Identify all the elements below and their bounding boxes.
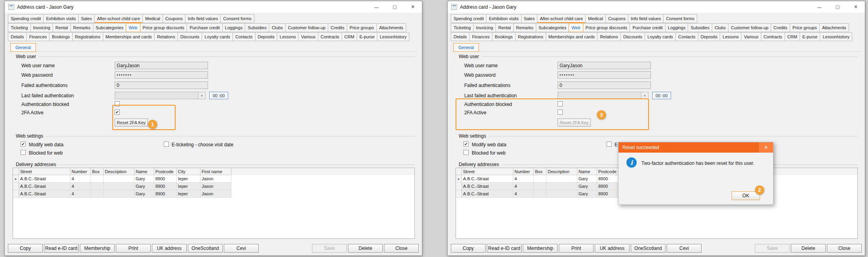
- membership-button[interactable]: Membership: [523, 244, 558, 253]
- print-button[interactable]: Print: [559, 244, 594, 253]
- tab[interactable]: Coupons: [163, 14, 185, 23]
- tab[interactable]: Subcategories: [93, 23, 126, 32]
- tab[interactable]: Subcategories: [536, 23, 569, 32]
- modify-web-data-checkbox[interactable]: ✔: [463, 142, 469, 147]
- dialog-close-icon[interactable]: ✕: [759, 142, 773, 153]
- table-cell[interactable]: [534, 183, 547, 190]
- tab[interactable]: Details: [8, 32, 27, 41]
- table-cell[interactable]: 8900: [597, 183, 620, 190]
- table-row[interactable]: A.B.C.-Straat4Gary8900IeperJason: [13, 190, 414, 198]
- table-cell[interactable]: Gary: [134, 190, 154, 198]
- tab[interactable]: Lessons: [720, 32, 741, 41]
- tab[interactable]: Price groups: [790, 23, 820, 32]
- tab[interactable]: Sales: [78, 14, 95, 23]
- tab[interactable]: Registrations: [515, 32, 546, 41]
- close-icon[interactable]: ✕: [847, 1, 865, 13]
- tab[interactable]: Price groups: [347, 23, 377, 32]
- tab-general[interactable]: General: [453, 43, 479, 52]
- table-cell[interactable]: [547, 190, 577, 198]
- table-row[interactable]: A.B.C.-Straat4Gary8900IeperJason: [13, 183, 414, 190]
- calendar-dropdown-icon[interactable]: ▾: [641, 92, 648, 99]
- tab[interactable]: Exhibition visits: [43, 14, 78, 23]
- tab[interactable]: Spending credit: [451, 14, 486, 23]
- table-cell[interactable]: [547, 175, 577, 183]
- tab[interactable]: Invoicing: [30, 23, 53, 32]
- print-button[interactable]: Print: [116, 244, 151, 253]
- column-header[interactable]: Postcode: [154, 168, 177, 175]
- column-header[interactable]: Number: [513, 168, 534, 175]
- eticketing-checkbox[interactable]: [164, 142, 169, 147]
- tab[interactable]: Contacts: [675, 32, 698, 41]
- tab[interactable]: E-purse: [800, 32, 821, 41]
- column-header[interactable]: Street: [19, 168, 70, 175]
- tab[interactable]: Ticketing: [451, 23, 474, 32]
- tab[interactable]: Web: [569, 23, 583, 32]
- table-cell[interactable]: A.B.C.-Straat: [19, 190, 70, 198]
- failed-authentications-input[interactable]: [558, 81, 651, 89]
- table-cell[interactable]: 8900: [154, 175, 177, 183]
- minimize-icon[interactable]: —: [367, 1, 386, 13]
- table-cell[interactable]: 4: [70, 183, 91, 190]
- web-user-name-input[interactable]: [115, 62, 208, 69]
- tab[interactable]: Invoicing: [473, 23, 496, 32]
- tab[interactable]: Credits: [771, 23, 790, 32]
- uk-address-button[interactable]: UK address: [595, 244, 630, 253]
- column-header[interactable]: City: [177, 168, 200, 175]
- maximize-icon[interactable]: ▢: [828, 1, 847, 13]
- tab-general[interactable]: General: [10, 43, 36, 52]
- table-cell[interactable]: [547, 183, 577, 190]
- tab[interactable]: Loyalty cards: [202, 32, 233, 41]
- tab[interactable]: Info field values: [628, 14, 664, 23]
- minimize-icon[interactable]: —: [810, 1, 828, 13]
- column-header[interactable]: Number: [70, 168, 91, 175]
- tab[interactable]: Finances: [469, 32, 493, 41]
- tab[interactable]: Price group discounts: [140, 23, 187, 32]
- tab[interactable]: Loyalty cards: [645, 32, 676, 41]
- tab[interactable]: E-purse: [357, 32, 378, 41]
- tab[interactable]: Consent forms: [663, 14, 697, 23]
- copy-button[interactable]: Copy: [451, 244, 486, 253]
- table-cell[interactable]: A.B.C.-Straat: [462, 183, 513, 190]
- tab[interactable]: Attachments: [819, 23, 849, 32]
- tab[interactable]: Medical: [142, 14, 163, 23]
- onescotland-button[interactable]: OneScotland: [631, 244, 666, 253]
- tab[interactable]: Purchase credit: [630, 23, 665, 32]
- tab[interactable]: Credits: [328, 23, 347, 32]
- blocked-for-web-checkbox[interactable]: [463, 150, 469, 155]
- column-header[interactable]: First name: [200, 168, 231, 175]
- tab[interactable]: Bookings: [49, 32, 72, 41]
- table-cell[interactable]: [91, 190, 104, 198]
- tab[interactable]: Lessonhistory: [820, 32, 852, 41]
- table-cell[interactable]: [104, 190, 134, 198]
- tab[interactable]: Various: [741, 32, 761, 41]
- delete-button[interactable]: Delete: [348, 244, 383, 253]
- tab[interactable]: Contacts: [233, 32, 255, 41]
- tab[interactable]: Memberships and cards: [546, 32, 598, 41]
- delete-button[interactable]: Delete: [791, 244, 826, 253]
- tab[interactable]: CRM: [342, 32, 357, 41]
- tab[interactable]: After-school child care: [94, 14, 143, 23]
- table-cell[interactable]: Ieper: [177, 183, 200, 190]
- table-cell[interactable]: Jason: [200, 190, 231, 198]
- table-cell[interactable]: Ieper: [177, 190, 200, 198]
- table-cell[interactable]: Gary: [577, 175, 597, 183]
- table-cell[interactable]: 4: [513, 183, 534, 190]
- table-cell[interactable]: [534, 175, 547, 183]
- table-cell[interactable]: Gary: [577, 183, 597, 190]
- tab[interactable]: Discounts: [178, 32, 202, 41]
- column-header[interactable]: Box: [91, 168, 104, 175]
- column-header[interactable]: Street: [462, 168, 513, 175]
- cevi-button[interactable]: Cevi: [667, 244, 702, 253]
- tab[interactable]: Info field values: [185, 14, 221, 23]
- tab[interactable]: Consent forms: [220, 14, 254, 23]
- tab[interactable]: Subsidies: [245, 23, 269, 32]
- table-cell[interactable]: A.B.C.-Straat: [462, 175, 513, 183]
- tab[interactable]: Memberships and cards: [103, 32, 155, 41]
- table-cell[interactable]: A.B.C.-Straat: [19, 183, 70, 190]
- tab[interactable]: Attachments: [376, 23, 406, 32]
- table-cell[interactable]: 8900: [597, 190, 620, 198]
- table-cell[interactable]: Jason: [200, 183, 231, 190]
- maximize-icon[interactable]: ▢: [386, 1, 404, 13]
- table-cell[interactable]: 8900: [154, 183, 177, 190]
- close-button[interactable]: Close: [384, 244, 419, 253]
